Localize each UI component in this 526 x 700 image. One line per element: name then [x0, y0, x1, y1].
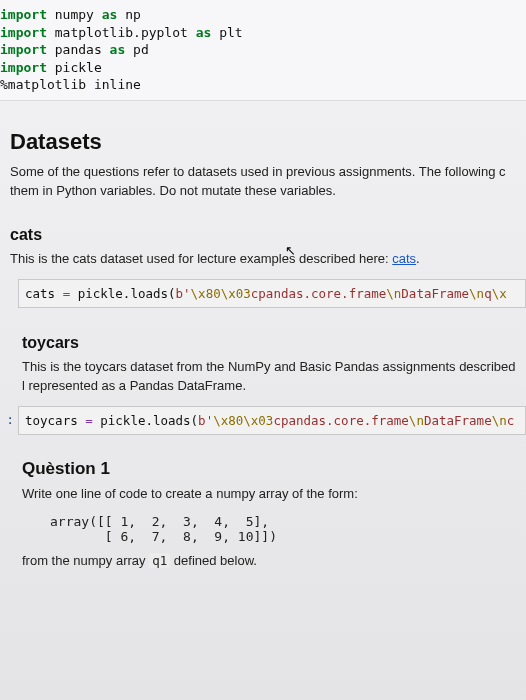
var-toycars: toycars: [25, 413, 85, 428]
bytes-text: q: [484, 286, 492, 301]
array-line-2: [ 6, 7, 8, 9, 10]]): [50, 529, 277, 544]
alias-np: np: [117, 7, 140, 22]
escape-seq: \x: [492, 286, 507, 301]
heading-cats: cats: [10, 226, 516, 244]
markdown-cell-question1: Quèstion 1 Write one line of code to cre…: [0, 459, 526, 571]
inline-code-q1: q1: [149, 553, 170, 568]
alias-plt: plt: [211, 25, 242, 40]
escape-seq: \n: [469, 286, 484, 301]
keyword-as: as: [110, 42, 126, 57]
bytes-prefix: b': [176, 286, 191, 301]
escape-seq: \x80\x03: [191, 286, 251, 301]
datasets-intro-text: Some of the questions refer to datasets …: [10, 163, 516, 201]
array-line-1: array([[ 1, 2, 3, 4, 5],: [50, 514, 269, 529]
module-pickle: pickle: [47, 60, 102, 75]
notebook-page: import numpy as np import matplotlib.pyp…: [0, 0, 526, 700]
keyword-import: import: [0, 60, 47, 75]
bytes-text: DataFrame: [401, 286, 469, 301]
escape-seq: \n: [492, 413, 507, 428]
magic-matplotlib-inline: %matplotlib inline: [0, 77, 141, 92]
heading-datasets: Datasets: [10, 129, 516, 155]
escape-seq: \x80\x03: [213, 413, 273, 428]
heading-question-1: Quèstion 1: [22, 459, 516, 479]
escape-seq: \n: [386, 286, 401, 301]
q1-desc: Write one line of code to create a numpy…: [22, 485, 516, 504]
keyword-as: as: [102, 7, 118, 22]
keyword-import: import: [0, 25, 47, 40]
keyword-import: import: [0, 7, 47, 22]
call-pickle-loads: pickle.loads(: [70, 286, 175, 301]
cats-link[interactable]: cats: [392, 251, 416, 266]
code-box-cats[interactable]: cats = pickle.loads(b'\x80\x03cpandas.co…: [18, 279, 526, 308]
markdown-cell-datasets: Datasets Some of the questions refer to …: [0, 101, 526, 270]
bytes-prefix: b': [198, 413, 213, 428]
keyword-import: import: [0, 42, 47, 57]
toycars-desc: This is the toycars dataset from the Num…: [22, 358, 516, 396]
cats-desc-after: .: [416, 251, 420, 266]
escape-seq: \n: [409, 413, 424, 428]
var-cats: cats: [25, 286, 63, 301]
code-cell-cats[interactable]: cats = pickle.loads(b'\x80\x03cpandas.co…: [0, 279, 526, 308]
q1-array-example: array([[ 1, 2, 3, 4, 5], [ 6, 7, 8, 9, 1…: [50, 514, 516, 544]
markdown-cell-toycars: toycars This is the toycars dataset from…: [0, 334, 526, 396]
cats-desc: This is the cats dataset used for lectur…: [10, 250, 516, 269]
heading-toycars: toycars: [22, 334, 516, 352]
bytes-text: c: [507, 413, 515, 428]
bytes-text: cpandas.core.frame: [251, 286, 386, 301]
input-prompt-colon: :: [0, 406, 18, 435]
q1-after: from the numpy array q1 defined below.: [22, 552, 516, 571]
cats-desc-before: This is the cats dataset used for lectur…: [10, 251, 392, 266]
keyword-as: as: [196, 25, 212, 40]
q1-after-before: from the numpy array: [22, 553, 149, 568]
bytes-text: DataFrame: [424, 413, 492, 428]
code-cell-toycars[interactable]: : toycars = pickle.loads(b'\x80\x03cpand…: [0, 406, 526, 435]
bytes-text: cpandas.core.frame: [273, 413, 408, 428]
input-prompt: [0, 279, 18, 308]
module-pandas: pandas: [47, 42, 110, 57]
code-box-toycars[interactable]: toycars = pickle.loads(b'\x80\x03cpandas…: [18, 406, 526, 435]
q1-after-after: defined below.: [170, 553, 257, 568]
alias-pd: pd: [125, 42, 148, 57]
module-matplotlib-pyplot: matplotlib.pyplot: [47, 25, 196, 40]
call-pickle-loads: pickle.loads(: [93, 413, 198, 428]
module-numpy: numpy: [47, 7, 102, 22]
op-eq: =: [85, 413, 93, 428]
code-cell-imports[interactable]: import numpy as np import matplotlib.pyp…: [0, 0, 526, 101]
